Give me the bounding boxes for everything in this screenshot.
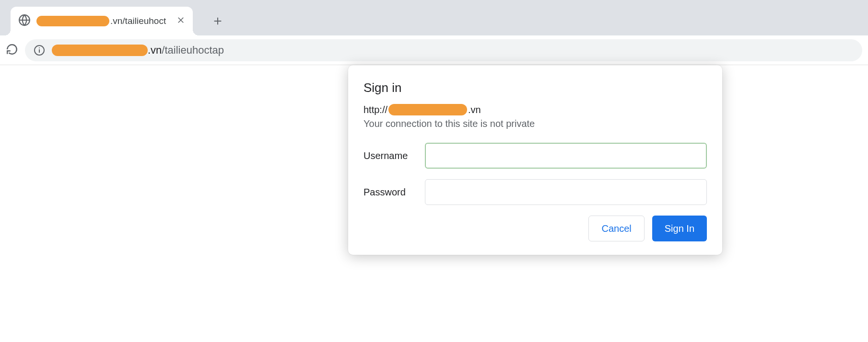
- tab-title: .vn/tailieuhoct: [36, 16, 167, 26]
- password-label: Password: [364, 187, 425, 198]
- toolbar: .vn /tailieuhoctap: [0, 35, 868, 65]
- url-text: .vn /tailieuhoctap: [52, 44, 224, 57]
- url-path: /tailieuhoctap: [162, 44, 224, 57]
- page-content: Sign in http:// .vn Your connection to t…: [0, 65, 868, 342]
- svg-point-3: [39, 47, 40, 48]
- username-row: Username: [364, 143, 707, 169]
- browser-chrome: .vn/tailieuhoct: [0, 0, 868, 65]
- password-row: Password: [364, 179, 707, 205]
- redacted-pill: [52, 45, 148, 56]
- reload-icon[interactable]: [6, 43, 18, 57]
- tab-bar: .vn/tailieuhoct: [0, 0, 868, 35]
- new-tab-button[interactable]: [207, 11, 228, 32]
- dialog-origin: http:// .vn: [364, 104, 707, 115]
- site-info-icon[interactable]: [34, 45, 45, 56]
- redacted-pill: [388, 104, 467, 115]
- origin-suffix: .vn: [468, 104, 481, 115]
- username-input[interactable]: [425, 143, 707, 169]
- globe-icon: [18, 14, 31, 28]
- url-domain-suffix: .vn: [148, 44, 162, 57]
- redacted-pill: [36, 16, 109, 26]
- password-input[interactable]: [425, 179, 707, 205]
- dialog-button-row: Cancel Sign In: [364, 216, 707, 241]
- sign-in-button[interactable]: Sign In: [652, 216, 707, 241]
- tab-title-text: .vn/tailieuhoct: [110, 16, 166, 26]
- dialog-title: Sign in: [364, 80, 707, 95]
- close-tab-icon[interactable]: [173, 16, 185, 26]
- address-bar[interactable]: .vn /tailieuhoctap: [25, 39, 862, 61]
- username-label: Username: [364, 150, 425, 161]
- dialog-warning: Your connection to this site is not priv…: [364, 118, 707, 129]
- http-auth-dialog: Sign in http:// .vn Your connection to t…: [348, 65, 722, 255]
- origin-scheme: http://: [364, 104, 387, 115]
- cancel-button[interactable]: Cancel: [588, 216, 644, 241]
- browser-tab[interactable]: .vn/tailieuhoct: [11, 7, 193, 35]
